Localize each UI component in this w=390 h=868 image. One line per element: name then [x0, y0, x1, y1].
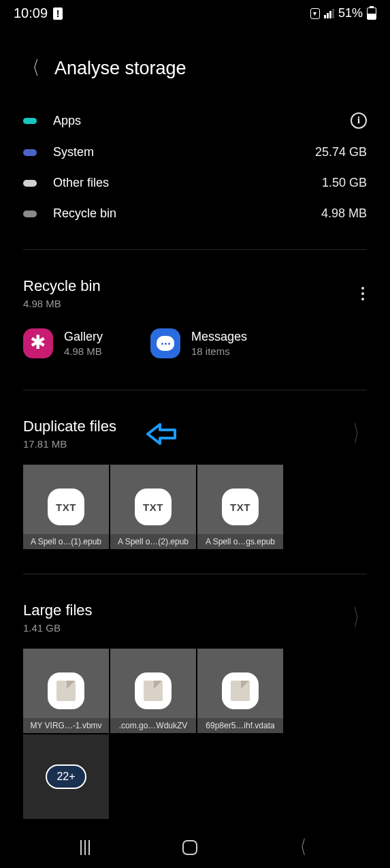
file-name: 69p8er5…ihf.vdata — [197, 718, 283, 733]
duplicate-file-thumb[interactable]: TXT A Spell o…(1).epub — [23, 465, 109, 549]
large-file-more-thumb[interactable]: 22+ — [23, 734, 109, 819]
messages-icon — [150, 328, 180, 358]
recycle-bin-header[interactable]: Recycle bin 4.98 MB — [23, 250, 367, 309]
section-title: Duplicate files — [23, 418, 116, 435]
large-files-header[interactable]: Large files 1.41 GB 〉 — [23, 574, 367, 634]
category-color-dot — [23, 149, 37, 156]
battery-percent: 51% — [338, 6, 363, 20]
recycle-app-messages[interactable]: Messages 18 items — [150, 328, 247, 358]
large-file-thumb[interactable]: .com.go…WdukZV — [110, 649, 196, 733]
category-value: 4.98 MB — [321, 206, 367, 221]
back-icon[interactable]: 〈 — [26, 55, 39, 81]
android-nav-bar: 〈 — [0, 827, 390, 868]
category-value: 25.74 GB — [315, 145, 367, 159]
category-value: 1.50 GB — [322, 176, 367, 190]
generic-file-icon — [135, 672, 172, 709]
category-color-dot — [23, 211, 37, 217]
battery-icon — [367, 7, 376, 20]
chevron-right-icon[interactable]: 〉 — [353, 602, 365, 633]
duplicate-file-thumb[interactable]: TXT A Spell o…gs.epub — [197, 465, 283, 549]
section-size: 17.81 MB — [23, 438, 116, 450]
nav-back-icon[interactable]: 〈 — [294, 835, 306, 861]
file-name: MY VIRG…-1.vbmv — [23, 718, 109, 733]
large-file-thumb[interactable]: 69p8er5…ihf.vdata — [197, 649, 283, 733]
category-row-recyclebin[interactable]: Recycle bin 4.98 MB — [23, 198, 367, 229]
data-saver-icon: ▾ — [310, 8, 320, 19]
file-name: A Spell o…(1).epub — [23, 534, 109, 549]
large-file-thumb[interactable]: MY VIRG…-1.vbmv — [23, 649, 109, 733]
app-name: Messages — [191, 330, 247, 344]
app-items: 18 items — [191, 345, 247, 357]
notification-alert-icon: ! — [53, 7, 63, 20]
category-row-system[interactable]: System 25.74 GB — [23, 137, 367, 168]
section-title: Recycle bin — [23, 277, 101, 295]
section-size: 4.98 MB — [23, 298, 101, 309]
nav-recents-icon[interactable] — [80, 840, 90, 855]
signal-icon — [324, 9, 334, 18]
category-label: Apps — [53, 114, 334, 128]
txt-file-icon: TXT — [222, 489, 259, 525]
generic-file-icon — [48, 672, 84, 709]
status-bar: 10:09 ! ▾ 51% — [0, 0, 390, 24]
generic-file-icon — [222, 672, 259, 709]
category-color-dot — [23, 118, 37, 124]
file-name: A Spell o…(2).epub — [110, 534, 196, 549]
app-size: 4.98 MB — [64, 345, 103, 357]
category-row-apps[interactable]: Apps i — [23, 104, 367, 137]
app-name: Gallery — [64, 330, 103, 344]
section-title: Large files — [23, 602, 93, 619]
duplicate-file-thumb[interactable]: TXT A Spell o…(2).epub — [110, 465, 196, 549]
category-color-dot — [23, 180, 37, 187]
more-count-badge: 22+ — [46, 764, 86, 789]
section-size: 1.41 GB — [23, 622, 93, 634]
info-icon[interactable]: i — [351, 112, 367, 129]
file-name: .com.go…WdukZV — [110, 718, 196, 733]
category-row-other[interactable]: Other files 1.50 GB — [23, 168, 367, 198]
category-label: Recycle bin — [53, 206, 305, 221]
chevron-right-icon[interactable]: 〉 — [353, 418, 365, 449]
page-title: Analyse storage — [54, 58, 186, 79]
more-options-icon[interactable] — [361, 287, 367, 300]
recycle-app-gallery[interactable]: Gallery 4.98 MB — [23, 328, 103, 358]
storage-categories: Apps i System 25.74 GB Other files 1.50 … — [23, 104, 367, 229]
annotation-arrow-icon — [146, 423, 176, 445]
status-time: 10:09 — [14, 5, 48, 21]
category-label: System — [53, 145, 299, 159]
txt-file-icon: TXT — [48, 489, 84, 525]
txt-file-icon: TXT — [135, 489, 172, 525]
gallery-icon — [23, 328, 53, 358]
nav-home-icon[interactable] — [182, 840, 197, 855]
file-name: A Spell o…gs.epub — [197, 534, 283, 549]
duplicate-files-header[interactable]: Duplicate files 17.81 MB 〉 — [23, 390, 367, 450]
category-label: Other files — [53, 176, 306, 190]
